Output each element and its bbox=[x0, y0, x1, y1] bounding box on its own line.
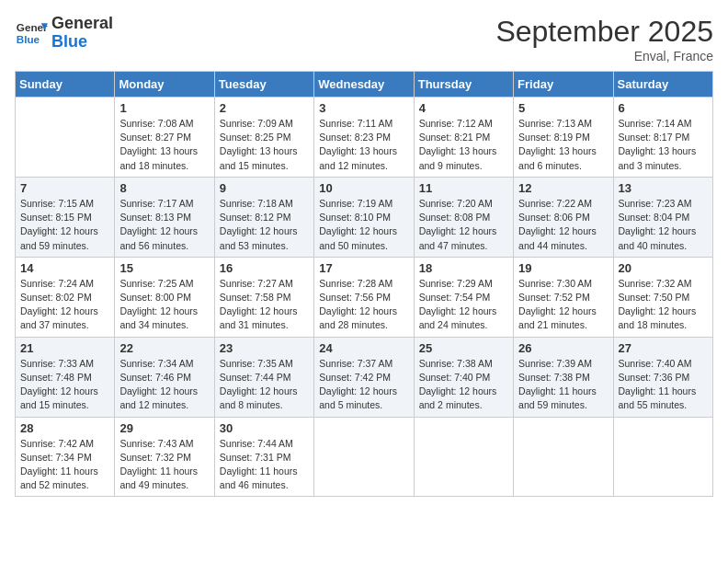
day-cell: 5Sunrise: 7:13 AMSunset: 8:19 PMDaylight… bbox=[514, 98, 613, 178]
day-cell: 27Sunrise: 7:40 AMSunset: 7:36 PMDayligh… bbox=[613, 337, 712, 417]
svg-text:General: General bbox=[17, 21, 48, 33]
header-cell-thursday: Thursday bbox=[414, 72, 513, 98]
week-row-0: 1Sunrise: 7:08 AMSunset: 8:27 PMDaylight… bbox=[16, 98, 713, 178]
day-number: 29 bbox=[119, 421, 209, 435]
day-cell: 8Sunrise: 7:17 AMSunset: 8:13 PMDaylight… bbox=[115, 177, 214, 257]
header-cell-saturday: Saturday bbox=[613, 72, 712, 98]
day-number: 22 bbox=[119, 341, 209, 355]
day-info: Sunrise: 7:29 AMSunset: 7:54 PMDaylight:… bbox=[419, 277, 508, 333]
day-cell: 24Sunrise: 7:37 AMSunset: 7:42 PMDayligh… bbox=[314, 337, 414, 417]
day-number: 18 bbox=[419, 261, 508, 275]
day-cell bbox=[314, 417, 414, 497]
day-info: Sunrise: 7:23 AMSunset: 8:04 PMDaylight:… bbox=[619, 197, 708, 253]
header-cell-wednesday: Wednesday bbox=[314, 72, 414, 98]
day-number: 16 bbox=[220, 261, 309, 275]
day-cell: 28Sunrise: 7:42 AMSunset: 7:34 PMDayligh… bbox=[16, 417, 115, 497]
day-info: Sunrise: 7:39 AMSunset: 7:38 PMDaylight:… bbox=[518, 357, 608, 413]
day-info: Sunrise: 7:15 AMSunset: 8:15 PMDaylight:… bbox=[20, 197, 109, 253]
day-info: Sunrise: 7:32 AMSunset: 7:50 PMDaylight:… bbox=[619, 277, 708, 333]
day-cell: 18Sunrise: 7:29 AMSunset: 7:54 PMDayligh… bbox=[414, 257, 513, 337]
day-number: 26 bbox=[518, 341, 608, 355]
title-block: September 2025 Enval, France bbox=[495, 15, 713, 63]
day-number: 5 bbox=[518, 101, 608, 115]
page-header: General Blue GeneralBlue September 2025 … bbox=[15, 15, 713, 63]
logo: General Blue GeneralBlue bbox=[15, 15, 113, 52]
header-cell-sunday: Sunday bbox=[16, 72, 115, 98]
day-info: Sunrise: 7:42 AMSunset: 7:34 PMDaylight:… bbox=[20, 437, 109, 493]
day-info: Sunrise: 7:22 AMSunset: 8:06 PMDaylight:… bbox=[518, 197, 608, 253]
day-info: Sunrise: 7:35 AMSunset: 7:44 PMDaylight:… bbox=[220, 357, 309, 413]
day-cell: 25Sunrise: 7:38 AMSunset: 7:40 PMDayligh… bbox=[414, 337, 513, 417]
day-number: 8 bbox=[119, 181, 209, 195]
day-cell: 16Sunrise: 7:27 AMSunset: 7:58 PMDayligh… bbox=[214, 257, 313, 337]
day-info: Sunrise: 7:40 AMSunset: 7:36 PMDaylight:… bbox=[619, 357, 708, 413]
header-cell-friday: Friday bbox=[514, 72, 613, 98]
day-cell bbox=[16, 98, 115, 178]
day-cell: 3Sunrise: 7:11 AMSunset: 8:23 PMDaylight… bbox=[314, 98, 414, 178]
svg-text:Blue: Blue bbox=[17, 33, 40, 45]
day-info: Sunrise: 7:44 AMSunset: 7:31 PMDaylight:… bbox=[220, 437, 309, 493]
day-info: Sunrise: 7:18 AMSunset: 8:12 PMDaylight:… bbox=[220, 197, 309, 253]
location: Enval, France bbox=[495, 49, 713, 63]
day-info: Sunrise: 7:27 AMSunset: 7:58 PMDaylight:… bbox=[220, 277, 309, 333]
day-info: Sunrise: 7:12 AMSunset: 8:21 PMDaylight:… bbox=[419, 117, 508, 173]
day-number: 13 bbox=[619, 181, 708, 195]
day-number: 20 bbox=[619, 261, 708, 275]
day-info: Sunrise: 7:30 AMSunset: 7:52 PMDaylight:… bbox=[518, 277, 608, 333]
day-cell: 12Sunrise: 7:22 AMSunset: 8:06 PMDayligh… bbox=[514, 177, 613, 257]
day-number: 10 bbox=[319, 181, 408, 195]
day-cell: 11Sunrise: 7:20 AMSunset: 8:08 PMDayligh… bbox=[414, 177, 513, 257]
day-info: Sunrise: 7:09 AMSunset: 8:25 PMDaylight:… bbox=[220, 117, 309, 173]
day-cell: 26Sunrise: 7:39 AMSunset: 7:38 PMDayligh… bbox=[514, 337, 613, 417]
day-info: Sunrise: 7:25 AMSunset: 8:00 PMDaylight:… bbox=[119, 277, 209, 333]
day-number: 21 bbox=[20, 341, 109, 355]
day-info: Sunrise: 7:38 AMSunset: 7:40 PMDaylight:… bbox=[419, 357, 508, 413]
day-info: Sunrise: 7:24 AMSunset: 8:02 PMDaylight:… bbox=[20, 277, 109, 333]
day-cell: 19Sunrise: 7:30 AMSunset: 7:52 PMDayligh… bbox=[514, 257, 613, 337]
day-cell: 1Sunrise: 7:08 AMSunset: 8:27 PMDaylight… bbox=[115, 98, 214, 178]
day-cell: 30Sunrise: 7:44 AMSunset: 7:31 PMDayligh… bbox=[214, 417, 313, 497]
month-title: September 2025 bbox=[495, 15, 713, 49]
header-cell-tuesday: Tuesday bbox=[214, 72, 313, 98]
day-number: 30 bbox=[220, 421, 309, 435]
day-number: 7 bbox=[20, 181, 109, 195]
day-cell: 7Sunrise: 7:15 AMSunset: 8:15 PMDaylight… bbox=[16, 177, 115, 257]
day-number: 3 bbox=[319, 101, 408, 115]
logo-text: GeneralBlue bbox=[51, 15, 113, 52]
week-row-3: 21Sunrise: 7:33 AMSunset: 7:48 PMDayligh… bbox=[16, 337, 713, 417]
day-info: Sunrise: 7:14 AMSunset: 8:17 PMDaylight:… bbox=[619, 117, 708, 173]
day-cell: 13Sunrise: 7:23 AMSunset: 8:04 PMDayligh… bbox=[613, 177, 712, 257]
week-row-1: 7Sunrise: 7:15 AMSunset: 8:15 PMDaylight… bbox=[16, 177, 713, 257]
week-row-2: 14Sunrise: 7:24 AMSunset: 8:02 PMDayligh… bbox=[16, 257, 713, 337]
day-cell: 14Sunrise: 7:24 AMSunset: 8:02 PMDayligh… bbox=[16, 257, 115, 337]
day-number: 11 bbox=[419, 181, 508, 195]
day-number: 27 bbox=[619, 341, 708, 355]
day-cell bbox=[613, 417, 712, 497]
day-info: Sunrise: 7:28 AMSunset: 7:56 PMDaylight:… bbox=[319, 277, 408, 333]
header-row: SundayMondayTuesdayWednesdayThursdayFrid… bbox=[16, 72, 713, 98]
day-info: Sunrise: 7:11 AMSunset: 8:23 PMDaylight:… bbox=[319, 117, 408, 173]
day-info: Sunrise: 7:08 AMSunset: 8:27 PMDaylight:… bbox=[119, 117, 209, 173]
day-number: 4 bbox=[419, 101, 508, 115]
day-number: 24 bbox=[319, 341, 408, 355]
day-info: Sunrise: 7:37 AMSunset: 7:42 PMDaylight:… bbox=[319, 357, 408, 413]
day-cell: 2Sunrise: 7:09 AMSunset: 8:25 PMDaylight… bbox=[214, 98, 313, 178]
day-cell bbox=[514, 417, 613, 497]
day-cell: 9Sunrise: 7:18 AMSunset: 8:12 PMDaylight… bbox=[214, 177, 313, 257]
day-cell: 23Sunrise: 7:35 AMSunset: 7:44 PMDayligh… bbox=[214, 337, 313, 417]
day-number: 9 bbox=[220, 181, 309, 195]
day-cell: 22Sunrise: 7:34 AMSunset: 7:46 PMDayligh… bbox=[115, 337, 214, 417]
day-cell: 15Sunrise: 7:25 AMSunset: 8:00 PMDayligh… bbox=[115, 257, 214, 337]
day-info: Sunrise: 7:20 AMSunset: 8:08 PMDaylight:… bbox=[419, 197, 508, 253]
day-info: Sunrise: 7:43 AMSunset: 7:32 PMDaylight:… bbox=[119, 437, 209, 493]
day-number: 17 bbox=[319, 261, 408, 275]
day-cell: 10Sunrise: 7:19 AMSunset: 8:10 PMDayligh… bbox=[314, 177, 414, 257]
day-cell bbox=[414, 417, 513, 497]
day-info: Sunrise: 7:33 AMSunset: 7:48 PMDaylight:… bbox=[20, 357, 109, 413]
day-info: Sunrise: 7:13 AMSunset: 8:19 PMDaylight:… bbox=[518, 117, 608, 173]
day-number: 12 bbox=[518, 181, 608, 195]
day-cell: 17Sunrise: 7:28 AMSunset: 7:56 PMDayligh… bbox=[314, 257, 414, 337]
day-info: Sunrise: 7:19 AMSunset: 8:10 PMDaylight:… bbox=[319, 197, 408, 253]
day-number: 23 bbox=[220, 341, 309, 355]
day-info: Sunrise: 7:34 AMSunset: 7:46 PMDaylight:… bbox=[119, 357, 209, 413]
